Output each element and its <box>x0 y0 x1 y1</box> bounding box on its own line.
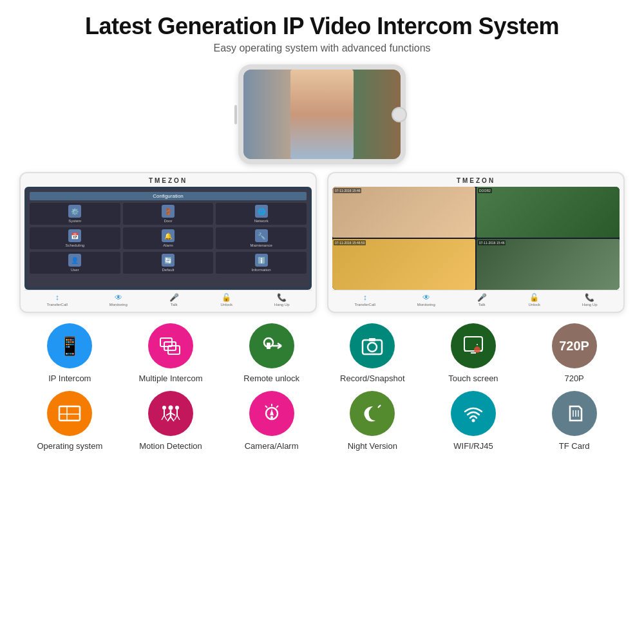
hangup-label-2: Hang Up <box>582 303 598 307</box>
svg-point-38 <box>270 416 273 419</box>
unlock-btn-2[interactable]: 🔓 Unlock <box>529 293 540 307</box>
features-row-2: Operating system <box>19 391 625 451</box>
config-item-system[interactable]: ⚙️ System <box>30 203 120 225</box>
header: Latest Generation IP Video Intercom Syst… <box>85 13 559 54</box>
features-row-1: 📱 IP Intercom Multiple Intercom <box>19 323 625 383</box>
talk-label-2: Talk <box>478 303 486 307</box>
svg-line-35 <box>276 406 278 408</box>
monitoring-icon-1: 👁 <box>115 293 122 302</box>
door-icon: 🚪 <box>162 205 175 218</box>
feature-camera-alarm: Camera/Alarm <box>227 391 317 451</box>
features-section: 📱 IP Intercom Multiple Intercom <box>19 323 625 459</box>
cam-cell-2: DOOR2 <box>477 187 620 238</box>
config-label-system: System <box>68 219 81 223</box>
badge-720p-text: 720P <box>559 339 589 354</box>
operating-system-svg <box>57 401 82 426</box>
config-item-alarm[interactable]: 🔔 Alarm <box>123 227 214 249</box>
svg-point-25 <box>162 406 166 410</box>
hangup-btn-2[interactable]: 📞 Hang Up <box>582 293 598 307</box>
phone-screen <box>243 70 401 159</box>
config-label-maintenance: Maintenance <box>250 243 272 247</box>
svg-line-28 <box>164 415 167 420</box>
svg-point-14 <box>474 346 480 353</box>
cam-cell-4: 07-11-2016 15:46 <box>477 239 620 290</box>
wifi-rj45-icon-circle <box>451 391 496 436</box>
config-item-information[interactable]: ℹ️ Information <box>216 252 307 274</box>
feature-remote-unlock: Remote unlock <box>227 323 317 383</box>
svg-line-27 <box>162 415 164 420</box>
wifi-rj45-svg <box>461 401 486 426</box>
config-label-scheduling: Scheduling <box>65 243 84 247</box>
monitoring-btn-1[interactable]: 👁 Monitoring <box>109 293 128 307</box>
network-icon: 🌐 <box>255 205 268 218</box>
main-title: Latest Generation IP Video Intercom Syst… <box>85 13 559 40</box>
720p-label: 720P <box>564 374 583 383</box>
monitor-screen-cameras: 07-11-2016 15:46 DOOR2 07-11-2016 15:46:… <box>332 187 620 290</box>
tf-card-svg <box>562 401 587 426</box>
talk-label-1: Talk <box>171 303 178 307</box>
config-grid: ⚙️ System 🚪 Door 🌐 Network 📅 <box>30 203 307 274</box>
config-label-network: Network <box>254 219 269 223</box>
config-item-scheduling[interactable]: 📅 Scheduling <box>30 227 120 249</box>
remote-unlock-label: Remote unlock <box>243 374 299 383</box>
svg-rect-16 <box>59 406 80 421</box>
monitor-brand-2: TMEZON <box>332 177 620 184</box>
remote-unlock-icon-circle <box>249 323 294 368</box>
config-label-user: User <box>71 268 79 272</box>
svg-point-9 <box>368 343 377 352</box>
monitor-screen-config: Configuration ⚙️ System 🚪 Door 🌐 Netwo <box>24 187 312 290</box>
hangup-icon-2: 📞 <box>585 293 594 302</box>
feature-ip-intercom: 📱 IP Intercom <box>24 323 115 383</box>
svg-line-31 <box>175 415 177 420</box>
camera-grid: 07-11-2016 15:46 DOOR2 07-11-2016 15:46:… <box>332 187 620 290</box>
motion-detection-icon-circle <box>148 391 193 436</box>
motion-detection-svg <box>158 401 183 426</box>
config-item-default[interactable]: 🔄 Default <box>123 252 214 274</box>
scheduling-icon: 📅 <box>68 229 81 242</box>
multiple-intercom-label: Multiple Intercom <box>138 374 202 383</box>
config-label-information: Information <box>252 268 271 272</box>
operating-system-label: Operating system <box>37 441 102 451</box>
config-title: Configuration <box>30 192 307 200</box>
touch-screen-svg <box>461 334 486 358</box>
night-version-icon-circle <box>350 391 395 436</box>
hangup-btn-1[interactable]: 📞 Hang Up <box>274 293 290 307</box>
transfer-call-btn-2[interactable]: ↕ TransferCall <box>354 293 375 307</box>
config-item-door[interactable]: 🚪 Door <box>123 203 214 225</box>
record-snapshot-svg <box>360 334 384 358</box>
config-item-user[interactable]: 👤 User <box>30 252 120 274</box>
talk-icon-2: 🎤 <box>477 293 487 302</box>
unlock-btn-1[interactable]: 🔓 Unlock <box>221 293 232 307</box>
cam-timestamp-3: 07-11-2016 15:46:50 <box>334 240 366 245</box>
feature-multiple-intercom: Multiple Intercom <box>126 323 216 383</box>
svg-rect-10 <box>369 338 375 341</box>
config-item-maintenance[interactable]: 🔧 Maintenance <box>216 227 307 249</box>
talk-btn-2[interactable]: 🎤 Talk <box>477 293 487 307</box>
cam-timestamp-1: 07-11-2016 15:46 <box>334 188 361 193</box>
operating-system-icon-circle <box>47 391 92 436</box>
talk-btn-1[interactable]: 🎤 Talk <box>169 293 179 307</box>
feature-touch-screen: Touch screen <box>428 323 518 383</box>
remote-unlock-svg <box>260 334 284 358</box>
transfer-call-btn-1[interactable]: ↕ TransferCall <box>46 293 67 307</box>
camera-alarm-icon-circle <box>249 391 294 436</box>
alarm-icon: 🔔 <box>162 229 175 242</box>
svg-rect-4 <box>267 343 270 349</box>
unlock-icon-1: 🔓 <box>222 293 231 302</box>
svg-line-32 <box>177 415 180 420</box>
monitoring-label-1: Monitoring <box>109 303 128 307</box>
feature-record-snapshot: Record/Snapshot <box>327 323 417 383</box>
maintenance-icon: 🔧 <box>255 229 268 242</box>
ip-intercom-icon-circle: 📱 <box>47 323 92 368</box>
cam-cell-1: 07-11-2016 15:46 <box>332 187 475 238</box>
monitors-row: TMEZON Configuration ⚙️ System 🚪 Door <box>19 172 625 313</box>
multiple-intercom-icon-circle <box>148 323 193 368</box>
phone-area <box>238 64 406 164</box>
monitoring-btn-2[interactable]: 👁 Monitoring <box>417 293 435 307</box>
person-overlay <box>290 70 354 159</box>
monitoring-label-2: Monitoring <box>417 303 435 307</box>
tf-card-label: TF Card <box>559 441 590 451</box>
config-item-network[interactable]: 🌐 Network <box>216 203 307 225</box>
feature-wifi-rj45: WIFI/RJ45 <box>428 391 518 451</box>
monitor-brand-1: TMEZON <box>24 177 312 184</box>
